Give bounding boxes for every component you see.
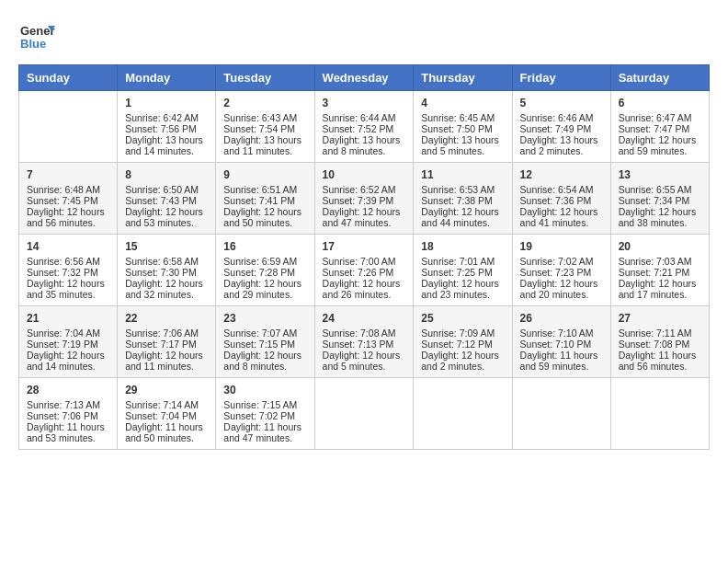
calendar-week-row: 1Sunrise: 6:42 AMSunset: 7:56 PMDaylight… [19, 91, 710, 163]
header-friday: Friday [512, 65, 610, 91]
day-info: and 50 minutes. [125, 432, 208, 443]
day-number: 19 [520, 240, 603, 253]
day-info: Sunrise: 6:53 AM [421, 184, 504, 195]
day-number: 17 [323, 240, 406, 253]
day-info: Daylight: 12 hours [421, 350, 504, 361]
header-sunday: Sunday [19, 65, 118, 91]
day-info: Daylight: 13 hours [223, 134, 306, 145]
calendar-cell: 13Sunrise: 6:55 AMSunset: 7:34 PMDayligh… [610, 163, 709, 235]
day-info: Sunset: 7:43 PM [125, 195, 208, 206]
day-number: 5 [520, 97, 603, 109]
day-info: and 41 minutes. [520, 217, 603, 228]
day-info: and 23 minutes. [421, 289, 504, 300]
day-info: Sunrise: 6:44 AM [323, 112, 406, 123]
day-number: 14 [27, 240, 109, 253]
day-info: Sunset: 7:28 PM [223, 267, 306, 278]
day-info: Daylight: 12 hours [27, 278, 109, 289]
calendar-cell: 29Sunrise: 7:14 AMSunset: 7:04 PMDayligh… [118, 378, 216, 450]
day-info: Sunrise: 7:09 AM [421, 327, 504, 339]
calendar-cell: 10Sunrise: 6:52 AMSunset: 7:39 PMDayligh… [314, 163, 414, 235]
day-info: Sunset: 7:39 PM [323, 195, 406, 206]
day-info: Sunset: 7:38 PM [421, 195, 504, 206]
day-info: Daylight: 13 hours [421, 134, 504, 145]
calendar-header-row: SundayMondayTuesdayWednesdayThursdayFrid… [19, 65, 710, 91]
calendar-cell: 25Sunrise: 7:09 AMSunset: 7:12 PMDayligh… [414, 306, 512, 378]
day-info: Daylight: 12 hours [223, 350, 306, 361]
header-monday: Monday [118, 65, 216, 91]
day-number: 18 [421, 240, 504, 253]
calendar-cell: 24Sunrise: 7:08 AMSunset: 7:13 PMDayligh… [314, 306, 414, 378]
day-info: and 32 minutes. [125, 289, 208, 300]
day-info: and 38 minutes. [619, 217, 701, 228]
day-info: Sunrise: 6:45 AM [421, 112, 504, 123]
calendar-cell [314, 378, 414, 450]
day-info: and 47 minutes. [323, 217, 406, 228]
day-info: Daylight: 12 hours [520, 206, 603, 217]
day-info: Sunrise: 6:59 AM [223, 256, 306, 267]
day-info: and 29 minutes. [223, 289, 306, 300]
day-info: Sunset: 7:04 PM [125, 410, 208, 421]
calendar-cell: 5Sunrise: 6:46 AMSunset: 7:49 PMDaylight… [512, 91, 610, 163]
day-info: Daylight: 12 hours [520, 278, 603, 289]
calendar-cell: 26Sunrise: 7:10 AMSunset: 7:10 PMDayligh… [512, 306, 610, 378]
day-number: 9 [223, 168, 306, 181]
calendar-cell [414, 378, 512, 450]
day-number: 29 [125, 384, 208, 396]
day-info: Sunrise: 7:15 AM [223, 399, 306, 410]
day-info: Daylight: 12 hours [421, 206, 504, 217]
day-info: and 2 minutes. [421, 361, 504, 372]
day-info: Daylight: 12 hours [223, 278, 306, 289]
page-header: General Blue [18, 18, 710, 55]
day-info: Daylight: 12 hours [27, 350, 109, 361]
calendar-cell: 21Sunrise: 7:04 AMSunset: 7:19 PMDayligh… [19, 306, 118, 378]
svg-text:Blue: Blue [20, 37, 46, 51]
calendar-cell: 19Sunrise: 7:02 AMSunset: 7:23 PMDayligh… [512, 235, 610, 306]
calendar-cell: 2Sunrise: 6:43 AMSunset: 7:54 PMDaylight… [216, 91, 314, 163]
calendar-cell: 23Sunrise: 7:07 AMSunset: 7:15 PMDayligh… [216, 306, 314, 378]
day-info: Sunrise: 7:10 AM [520, 327, 603, 339]
calendar-cell [610, 378, 709, 450]
calendar-cell: 14Sunrise: 6:56 AMSunset: 7:32 PMDayligh… [19, 235, 118, 306]
day-number: 26 [520, 312, 603, 325]
day-info: Sunrise: 7:04 AM [27, 327, 109, 339]
day-info: and 14 minutes. [27, 361, 109, 372]
day-number: 4 [421, 97, 504, 109]
day-info: Sunset: 7:23 PM [520, 267, 603, 278]
day-info: Sunrise: 7:02 AM [520, 256, 603, 267]
calendar-cell: 30Sunrise: 7:15 AMSunset: 7:02 PMDayligh… [216, 378, 314, 450]
calendar-cell: 20Sunrise: 7:03 AMSunset: 7:21 PMDayligh… [610, 235, 709, 306]
day-info: and 53 minutes. [125, 217, 208, 228]
day-number: 10 [323, 168, 406, 181]
day-info: and 47 minutes. [223, 432, 306, 443]
day-info: Sunrise: 6:54 AM [520, 184, 603, 195]
day-info: Sunset: 7:36 PM [520, 195, 603, 206]
day-number: 21 [27, 312, 109, 325]
day-number: 16 [223, 240, 306, 253]
calendar-cell: 15Sunrise: 6:58 AMSunset: 7:30 PMDayligh… [118, 235, 216, 306]
header-tuesday: Tuesday [216, 65, 314, 91]
day-info: Daylight: 12 hours [323, 206, 406, 217]
day-info: and 35 minutes. [27, 289, 109, 300]
day-info: Daylight: 11 hours [619, 350, 701, 361]
day-number: 20 [619, 240, 701, 253]
day-info: Sunset: 7:12 PM [421, 339, 504, 350]
header-saturday: Saturday [610, 65, 709, 91]
calendar-cell: 27Sunrise: 7:11 AMSunset: 7:08 PMDayligh… [610, 306, 709, 378]
day-info: Sunrise: 6:48 AM [27, 184, 109, 195]
day-info: Sunset: 7:02 PM [223, 410, 306, 421]
calendar-cell: 11Sunrise: 6:53 AMSunset: 7:38 PMDayligh… [414, 163, 512, 235]
day-info: and 59 minutes. [619, 145, 701, 156]
day-info: Sunset: 7:32 PM [27, 267, 109, 278]
day-info: Sunrise: 6:42 AM [125, 112, 208, 123]
day-info: Daylight: 12 hours [619, 278, 701, 289]
day-info: Daylight: 12 hours [27, 206, 109, 217]
day-info: Daylight: 12 hours [619, 134, 701, 145]
day-info: Daylight: 12 hours [619, 206, 701, 217]
day-info: Daylight: 11 hours [223, 421, 306, 432]
day-info: Daylight: 13 hours [323, 134, 406, 145]
calendar-cell [512, 378, 610, 450]
day-info: Sunset: 7:45 PM [27, 195, 109, 206]
day-number: 25 [421, 312, 504, 325]
calendar-cell: 28Sunrise: 7:13 AMSunset: 7:06 PMDayligh… [19, 378, 118, 450]
day-number: 15 [125, 240, 208, 253]
